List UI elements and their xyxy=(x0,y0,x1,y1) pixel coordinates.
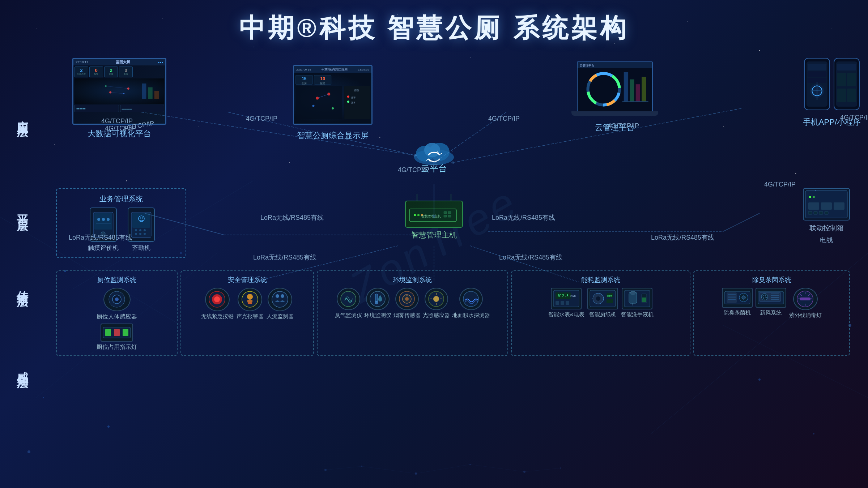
svg-rect-157 xyxy=(375,294,378,302)
svg-rect-52 xyxy=(142,84,146,99)
sensor-paper-machine: 85% 智能厕纸机 xyxy=(587,288,618,318)
sensor-uv-light: 紫外线消毒灯 xyxy=(789,288,822,319)
toilet-system-title: 厕位监测系统 xyxy=(59,275,175,284)
big-data-screen: 22:18:17 蓝图大屏 ●●● 2公厕总数 0报警 2在线 0离线 xyxy=(72,58,166,125)
svg-point-211 xyxy=(361,466,362,467)
sensor-deodormachine-label: 除臭杀菌机 xyxy=(724,309,751,316)
svg-point-215 xyxy=(560,467,561,469)
bs-time: 22:18:17 xyxy=(76,60,88,64)
safety-system-title: 安全管理系统 xyxy=(183,275,311,284)
sensor-light: 光照感应器 xyxy=(423,288,450,319)
ms-date: 2021-06-19 xyxy=(296,68,311,71)
svg-point-111 xyxy=(97,218,100,221)
svg-text:15: 15 xyxy=(302,76,307,81)
svg-rect-104 xyxy=(444,211,447,214)
svg-line-217 xyxy=(362,466,416,474)
svg-rect-114 xyxy=(96,223,111,224)
app-layer: 22:18:17 蓝图大屏 ●●● 2公厕总数 0报警 2在线 0离线 xyxy=(72,51,861,159)
svg-rect-132 xyxy=(821,202,832,210)
svg-point-65 xyxy=(332,107,334,110)
cloud-mgmt-screen: 云管理平台 xyxy=(577,61,653,112)
svg-point-212 xyxy=(415,472,417,475)
svg-point-155 xyxy=(341,291,356,307)
svg-point-125 xyxy=(139,233,141,235)
sensor-papermachine-label: 智能厕纸机 xyxy=(589,311,616,318)
svg-rect-131 xyxy=(808,202,819,210)
svg-point-99 xyxy=(424,143,440,157)
svg-point-147 xyxy=(214,296,220,302)
svg-rect-142 xyxy=(105,329,111,336)
svg-rect-203 xyxy=(800,297,810,300)
sensing-box-deodor: 除臭杀菌系统 xyxy=(693,270,850,356)
energy-system-title: 能耗监测系统 xyxy=(514,275,688,284)
svg-line-42 xyxy=(723,213,760,231)
svg-rect-105 xyxy=(448,211,451,214)
sensor-occupancylight-label: 厕位占用指示灯 xyxy=(97,343,137,351)
controlbox-label: 联动控制箱 xyxy=(809,223,844,233)
sensor-fresh-air: 新风系统 xyxy=(756,288,786,319)
lora-center-left: LoRa无线/RS485有线 xyxy=(260,213,324,222)
sensor-smartmeter-label: 智能水表&电表 xyxy=(548,311,584,318)
svg-point-113 xyxy=(107,218,110,221)
sensing-box-env: 环境监测系统 臭气监测仪 xyxy=(317,270,508,356)
device-toucheval-label: 触摸评价机 xyxy=(88,244,119,252)
proto-center-left: 4G/TCP/IP xyxy=(246,115,277,123)
svg-point-194 xyxy=(742,296,745,299)
proto-center-right: 4G/TCP/IP xyxy=(488,115,520,123)
svg-rect-173 xyxy=(556,301,559,305)
sensing-box-safety: 安全管理系统 无线紧急按键 xyxy=(180,270,314,356)
svg-point-214 xyxy=(523,471,526,473)
svg-rect-92 xyxy=(837,73,846,86)
bs-title: 蓝图大屏 xyxy=(116,60,130,65)
svg-rect-79 xyxy=(636,84,640,102)
sensor-soap-dispenser: 智能洗手液机 xyxy=(621,288,654,318)
proto-right: 4G/TCP/IP xyxy=(608,122,639,130)
sensing-box-toilet: 厕位监测系统 厕位人体感应器 xyxy=(56,270,178,356)
svg-point-102 xyxy=(417,214,420,216)
gateway-device: 智慧管理主机 xyxy=(405,201,463,228)
phone-2 xyxy=(834,58,860,110)
layer-application: 应用层 xyxy=(11,61,34,170)
svg-point-152 xyxy=(272,291,288,307)
svg-line-219 xyxy=(470,465,524,472)
svg-rect-80 xyxy=(642,77,646,102)
sensor-peopleflow-label: 人流监测器 xyxy=(267,313,294,320)
lora-bottom-right: LoRa无线/RS485有线 xyxy=(499,253,562,262)
phone-1 xyxy=(804,58,830,110)
sensor-smart-meter: 012.5 kWh 智能水表&电表 xyxy=(548,288,584,318)
cloud-icon xyxy=(409,134,459,166)
svg-rect-106 xyxy=(444,215,447,217)
svg-point-69 xyxy=(347,95,349,98)
svg-rect-54 xyxy=(154,91,159,99)
ms-title: 中期科技智慧卫生间 xyxy=(322,68,348,72)
svg-rect-78 xyxy=(630,80,634,102)
svg-rect-135 xyxy=(814,211,817,214)
svg-point-153 xyxy=(276,294,279,298)
sensor-occupancy-light: 厕位占用指示灯 xyxy=(97,324,137,351)
ms-time: 13:37:35 xyxy=(358,68,369,71)
svg-point-161 xyxy=(405,297,409,301)
sensor-odor: 臭气监测仪 xyxy=(335,288,362,319)
svg-rect-107 xyxy=(448,215,451,217)
sensing-box-energy: 能耗监测系统 012.5 kWh xyxy=(511,270,691,356)
svg-rect-184 xyxy=(631,291,635,294)
sensor-water: 地面积水探测器 xyxy=(452,288,490,319)
sensor-water-label: 地面积水探测器 xyxy=(452,312,490,319)
svg-rect-134 xyxy=(808,211,812,214)
svg-point-119 xyxy=(140,217,141,218)
page-title: 中期®科技 智慧公厕 系统架构 xyxy=(0,0,868,46)
svg-rect-53 xyxy=(148,87,152,99)
sensor-humandetect-label: 厕位人体感应器 xyxy=(97,313,137,321)
svg-text:公厕: 公厕 xyxy=(302,82,307,85)
gateway-section: 智慧管理主机 智慧管理主机 xyxy=(405,201,463,240)
svg-text:报警: 报警 xyxy=(351,97,356,99)
svg-text:正常: 正常 xyxy=(351,102,356,104)
svg-rect-137 xyxy=(825,211,828,214)
svg-rect-61 xyxy=(295,86,342,119)
lora-bottom-left: LoRa无线/RS485有线 xyxy=(253,253,316,262)
svg-point-124 xyxy=(135,233,137,235)
svg-rect-95 xyxy=(847,89,856,102)
svg-point-213 xyxy=(469,464,471,465)
svg-rect-136 xyxy=(819,211,823,214)
svg-rect-175 xyxy=(566,301,569,305)
